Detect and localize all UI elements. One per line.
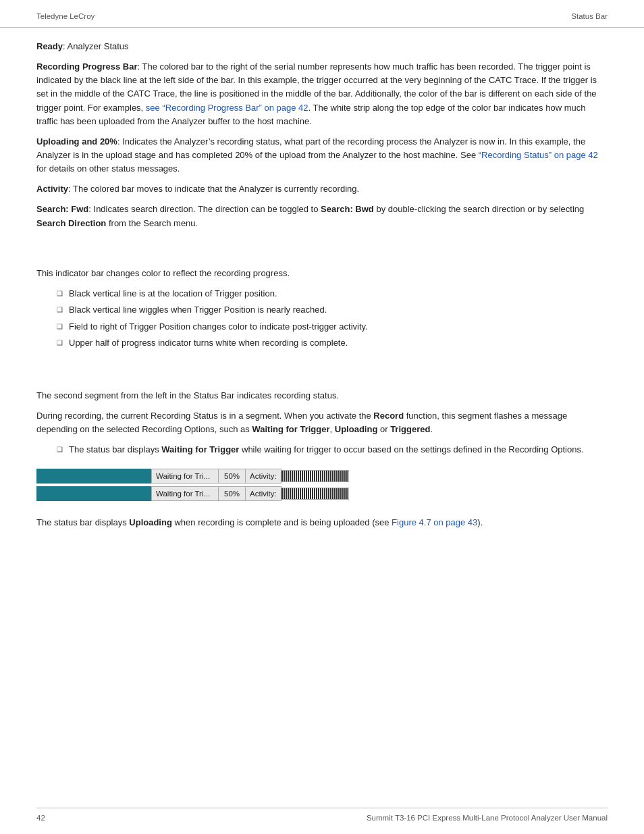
segment-comma: ,: [330, 424, 333, 434]
indicator-bullet-list: Black vertical line is at the location o…: [57, 287, 608, 350]
recording-progress-link[interactable]: see “Recording Progress Bar” on page 42: [146, 103, 308, 113]
status-blue-2: [36, 486, 151, 501]
status-bar-demo: Waiting for Tri... 50% Activity: Waiting…: [36, 469, 608, 501]
status-percent-1: 50%: [219, 469, 246, 484]
uploading-final-end: ).: [477, 517, 483, 527]
status-blue-1: [36, 469, 151, 484]
para-uploading-final: The status bar displays Uploading when r…: [36, 516, 608, 529]
header-left: Teledyne LeCroy: [36, 12, 95, 20]
status-waiting-2: Waiting for Tri...: [151, 486, 219, 501]
para-activity: Activity: The colored bar moves to indic…: [36, 182, 608, 196]
para-search-fwd: Search: Fwd: Indicates search direction.…: [36, 203, 608, 230]
para-ready: Ready: Analyzer Status: [36, 40, 608, 53]
segment-or: or: [380, 424, 388, 434]
search-bwd-label: Search: Bwd: [321, 204, 374, 214]
waiting-trigger-text: while waiting for trigger to occur based…: [242, 444, 584, 454]
segment-period: .: [430, 424, 433, 434]
status-percent-2: 50%: [219, 486, 246, 501]
search-fwd-text2: by double-clicking the search direction …: [376, 204, 584, 214]
footer-title: Summit T3-16 PCI Express Multi-Lane Prot…: [367, 814, 608, 822]
recording-status-link[interactable]: “Recording Status” on page 42: [479, 150, 598, 160]
uploading-final-text2: when recording is complete and is being …: [174, 517, 389, 527]
status-activity-bar-1: [281, 470, 349, 482]
status-row-2: Waiting for Tri... 50% Activity:: [36, 486, 349, 501]
uploading-percent-label: Uploading and 20%: [36, 136, 117, 147]
status-activity-label-2: Activity:: [246, 486, 281, 501]
waiting-trigger-bold: Waiting for Trigger: [161, 444, 239, 454]
record-label: Record: [373, 411, 404, 421]
recording-progress-label: Recording Progress Bar: [36, 61, 138, 72]
uploading-label: Uploading: [335, 424, 378, 434]
status-activity-label-1: Activity:: [246, 469, 281, 484]
uploading-final-bold: Uploading: [129, 517, 172, 527]
search-fwd-label: Search: Fwd: [36, 204, 88, 214]
search-fwd-text1: : Indicates search direction. The direct…: [88, 204, 318, 214]
bullet-item-2: Black vertical line wiggles when Trigger…: [57, 303, 608, 317]
indicator-intro: This indicator bar changes color to refl…: [36, 267, 608, 280]
segment-bullet-list: The status bar displays Waiting for Trig…: [57, 443, 608, 457]
bullet-item-1: Black vertical line is at the location o…: [57, 287, 608, 301]
ready-text: : Analyzer Status: [63, 41, 129, 51]
figure-link[interactable]: Figure 4.7 on page 43: [392, 517, 477, 527]
para-recording-progress: Recording Progress Bar: The colored bar …: [36, 60, 608, 128]
segment-text1: During recording, the current Recording …: [36, 411, 371, 421]
uploading-percent-text2: for details on other status messages.: [36, 163, 180, 174]
footer-page-number: 42: [36, 814, 45, 822]
header-right: Status Bar: [571, 12, 608, 20]
status-waiting-1: Waiting for Tri...: [151, 469, 219, 484]
search-direction-label: Search Direction: [36, 218, 106, 228]
status-row-1: Waiting for Tri... 50% Activity:: [36, 469, 349, 484]
triggered-label: Triggered: [390, 424, 430, 434]
segment-intro: The second segment from the left in the …: [36, 389, 608, 402]
waiting-for-trigger-label: Waiting for Trigger: [252, 424, 329, 434]
bullet-item-4: Upper half of progress indicator turns w…: [57, 336, 608, 350]
para-uploading-percent: Uploading and 20%: Indicates the Analyze…: [36, 135, 608, 176]
bullet-waiting: The status bar displays Waiting for Trig…: [57, 443, 608, 457]
activity-label: Activity: [36, 184, 68, 194]
activity-text: : The colored bar moves to indicate that…: [68, 184, 359, 194]
segment-para: During recording, the current Recording …: [36, 409, 608, 436]
uploading-final-text1: The status bar displays: [36, 517, 127, 527]
ready-label: Ready: [36, 41, 63, 51]
search-fwd-text3: from the Search menu.: [109, 218, 198, 228]
bullet-item-3: Field to right of Trigger Position chang…: [57, 320, 608, 334]
status-activity-bar-2: [281, 488, 349, 500]
